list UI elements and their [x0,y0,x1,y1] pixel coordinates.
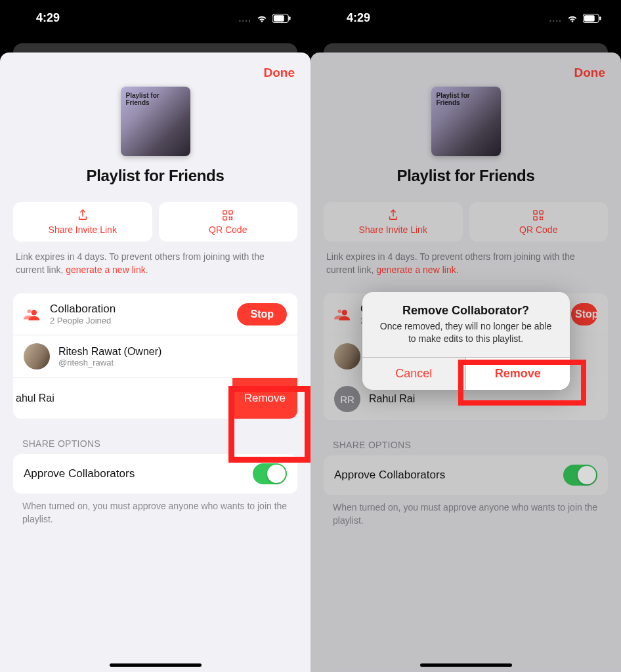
svg-point-23 [342,310,347,315]
collab-subtitle: 2 People Joined [50,316,228,326]
stop-collaboration-button[interactable]: Stop [571,303,597,326]
svg-rect-14 [599,16,601,20]
svg-rect-16 [540,210,543,213]
generate-new-link[interactable]: generate a new link [376,264,456,275]
done-button[interactable]: Done [574,66,606,80]
owner-name: Ritesh Rawat (Owner) [58,346,287,358]
owner-row: Ritesh Rawat (Owner) @ritesh_rawat [13,335,297,378]
remove-collaborator-alert: Remove Collaborator? Once removed, they … [362,292,570,390]
approve-collaborators-row: Approve Collaborators [324,455,608,495]
svg-rect-20 [540,218,541,219]
member-name: Rahul Rai [369,393,597,405]
status-bar: 4:29 .... [310,0,621,36]
playlist-title: Playlist for Friends [324,167,608,185]
people-icon [24,308,41,321]
people-icon [334,308,351,321]
svg-rect-9 [231,216,232,217]
collab-info: Collaboration 2 People Joined [50,303,228,326]
stop-collaboration-button[interactable]: Stop [237,303,287,326]
done-row: Done [13,63,297,87]
alert-cancel-button[interactable]: Cancel [362,358,466,390]
svg-rect-18 [540,216,541,217]
playlist-artwork: Playlist for Friends [431,87,501,156]
svg-point-22 [338,309,342,313]
status-right: .... [238,13,291,24]
share-buttons-row: Share Invite Link QR Code [324,202,608,242]
phone-left: 4:29 .... Done Playlist for Friends Play… [0,0,310,672]
qr-code-button[interactable]: QR Code [159,202,298,242]
status-time: 4:29 [36,11,60,25]
approve-collaborators-row: Approve Collaborators [13,454,297,494]
battery-icon [583,14,601,23]
generate-new-link[interactable]: generate a new link [66,264,145,275]
svg-point-10 [28,309,32,313]
collaboration-sheet: Done Playlist for Friends Playlist for F… [0,52,310,672]
share-options-label: SHARE OPTIONS [333,440,608,450]
member-row-swiped[interactable]: ahul Rai Remove [13,378,297,419]
status-right: .... [549,13,601,24]
share-icon [77,209,89,221]
done-row: Done [324,63,608,87]
svg-rect-13 [584,15,595,21]
qr-code-button[interactable]: QR Code [469,202,609,242]
status-time: 4:29 [347,11,370,25]
status-bar: 4:29 .... [0,0,310,36]
phone-right: 4:29 .... Done Playlist for Friends Play… [310,0,621,672]
playlist-artwork: Playlist for Friends [121,87,190,156]
approve-toggle[interactable] [563,465,597,486]
approve-help-text: When turned on, you must approve anyone … [324,501,608,527]
alert-remove-button[interactable]: Remove [465,358,570,390]
alert-title: Remove Collaborator? [362,292,570,320]
home-indicator [420,663,512,667]
toggle-knob-icon [578,466,596,484]
share-buttons-row: Share Invite Link QR Code [13,202,297,242]
alert-buttons: Cancel Remove [362,357,570,390]
done-button[interactable]: Done [264,66,295,80]
toggle-label: Approve Collaborators [334,469,445,482]
toggle-label: Approve Collaborators [24,467,135,480]
qr-icon [222,209,234,221]
avatar [24,343,50,369]
svg-rect-2 [289,16,290,20]
svg-rect-7 [231,218,232,219]
approve-help-text: When turned on, you must approve anyone … [13,500,297,526]
remove-swipe-button[interactable]: Remove [232,378,297,419]
playlist-title: Playlist for Friends [13,167,297,185]
svg-rect-4 [229,210,232,213]
share-invite-link-button[interactable]: Share Invite Link [13,202,152,242]
svg-rect-15 [534,210,537,213]
toggle-knob-icon [267,465,286,483]
svg-rect-19 [542,218,543,219]
svg-rect-17 [534,216,537,219]
share-invite-link-button[interactable]: Share Invite Link [324,202,463,242]
svg-rect-3 [223,210,226,213]
avatar-initials: RR [334,386,360,412]
wifi-icon [256,14,268,23]
member-name-partial: ahul Rai [13,392,232,404]
share-icon [387,209,399,221]
svg-rect-5 [223,216,226,219]
svg-rect-1 [274,15,284,21]
avatar [334,343,360,369]
svg-rect-8 [229,218,230,219]
signal-dots: .... [549,13,562,24]
signal-dots: .... [238,13,251,24]
alert-message: Once removed, they will no longer be abl… [362,320,570,357]
approve-toggle[interactable] [253,463,287,484]
home-indicator [110,663,202,667]
battery-icon [272,14,291,23]
link-expiry-text: Link expires in 4 days. To prevent other… [324,251,608,276]
link-expiry-text: Link expires in 4 days. To prevent other… [13,251,297,276]
svg-rect-21 [542,216,543,217]
collaboration-row: Collaboration 2 People Joined Stop [13,293,297,335]
collaborators-card: Collaboration 2 People Joined Stop Rites… [13,293,297,419]
collab-title: Collaboration [50,303,228,316]
svg-rect-6 [229,216,230,217]
wifi-icon [567,14,578,23]
share-options-label: SHARE OPTIONS [22,438,297,449]
owner-handle: @ritesh_rawat [58,358,287,368]
qr-icon [532,209,544,221]
svg-point-11 [32,310,37,315]
